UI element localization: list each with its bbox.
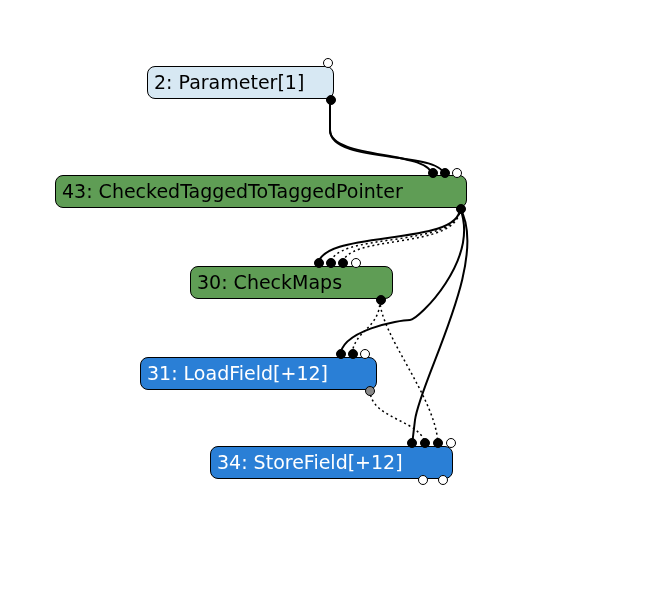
port-in[interactable] <box>336 349 346 359</box>
node-label: 2: Parameter[1] <box>154 71 304 93</box>
node-label: 30: CheckMaps <box>197 271 342 293</box>
node-checked-tagged-to-tagged-pointer[interactable]: 43: CheckedTaggedToTaggedPointer <box>55 175 467 208</box>
port-out[interactable] <box>418 475 428 485</box>
port-out[interactable] <box>323 58 333 68</box>
node-label: 31: LoadField[+12] <box>147 362 328 384</box>
node-check-maps[interactable]: 30: CheckMaps <box>190 266 393 299</box>
port-out[interactable] <box>438 475 448 485</box>
graph-canvas: 2: Parameter[1] 43: CheckedTaggedToTagge… <box>0 0 649 593</box>
port-in[interactable] <box>326 258 336 268</box>
port-out[interactable] <box>376 295 386 305</box>
port-in[interactable] <box>407 438 417 448</box>
node-label: 43: CheckedTaggedToTaggedPointer <box>62 180 403 202</box>
port-in[interactable] <box>452 168 462 178</box>
port-in[interactable] <box>338 258 348 268</box>
port-in[interactable] <box>348 349 358 359</box>
port-out[interactable] <box>326 95 336 105</box>
node-load-field[interactable]: 31: LoadField[+12] <box>140 357 377 390</box>
node-label: 34: StoreField[+12] <box>217 451 403 473</box>
port-in[interactable] <box>433 438 443 448</box>
port-out[interactable] <box>456 204 466 214</box>
port-in[interactable] <box>351 258 361 268</box>
port-in[interactable] <box>440 168 450 178</box>
node-parameter[interactable]: 2: Parameter[1] <box>147 66 334 99</box>
port-in[interactable] <box>420 438 430 448</box>
port-in[interactable] <box>360 349 370 359</box>
port-in[interactable] <box>446 438 456 448</box>
node-store-field[interactable]: 34: StoreField[+12] <box>210 446 453 479</box>
port-in[interactable] <box>314 258 324 268</box>
port-in[interactable] <box>428 168 438 178</box>
port-out[interactable] <box>365 386 375 396</box>
